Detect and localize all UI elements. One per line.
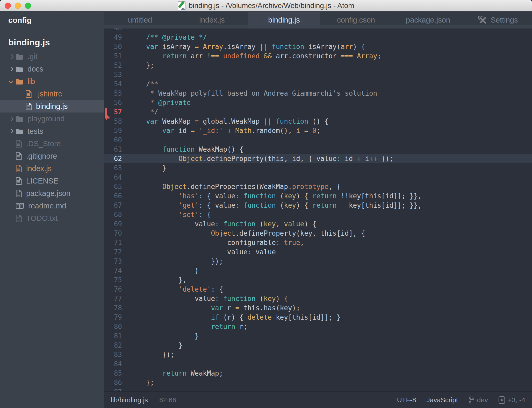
- line-number[interactable]: 54: [104, 79, 122, 89]
- code-line-83[interactable]: 83 });: [104, 350, 532, 359]
- line-number[interactable]: 60: [104, 135, 122, 145]
- tree-item--ds-store[interactable]: .DS_Store: [0, 137, 104, 150]
- code-line-68[interactable]: 68 'set': {: [104, 210, 532, 219]
- code-line-74[interactable]: 74 }: [104, 266, 532, 275]
- tree-item-docs[interactable]: docs: [0, 63, 104, 75]
- chevron-right-icon[interactable]: [9, 54, 14, 59]
- line-number[interactable]: 82: [104, 341, 122, 350]
- code-line-53[interactable]: 53: [104, 70, 532, 79]
- code-line-52[interactable]: 52};: [104, 61, 532, 70]
- code-line-48[interactable]: 48: [104, 29, 532, 33]
- tree-item--jshintrc[interactable]: .jshintrc: [0, 88, 104, 100]
- code-line-82[interactable]: 82 }: [104, 341, 532, 350]
- chevron-right-icon[interactable]: [9, 129, 14, 134]
- line-number[interactable]: 67: [104, 201, 122, 210]
- code-line-62[interactable]: 62 Object.defineProperty(this, id, { val…: [104, 154, 532, 163]
- line-number[interactable]: 63: [104, 163, 122, 173]
- line-number[interactable]: 62: [104, 154, 122, 163]
- line-number[interactable]: 76: [104, 285, 122, 294]
- line-number[interactable]: 85: [104, 369, 122, 378]
- code-line-58[interactable]: 58var WeakMap = global.WeakMap || functi…: [104, 117, 532, 126]
- line-number[interactable]: 69: [104, 219, 122, 229]
- line-number[interactable]: 68: [104, 210, 122, 219]
- tab-package-json[interactable]: package.json: [392, 12, 464, 29]
- tree-item-index-js[interactable]: index.js: [0, 162, 104, 175]
- encoding-selector[interactable]: UTF-8: [397, 396, 416, 404]
- tree-item-lib[interactable]: lib: [0, 75, 104, 88]
- code-line-85[interactable]: 85 return WeakMap;: [104, 369, 532, 378]
- line-number[interactable]: 81: [104, 331, 122, 341]
- line-number[interactable]: 48: [104, 29, 122, 33]
- close-button[interactable]: [5, 3, 11, 9]
- line-number[interactable]: 52: [104, 61, 122, 70]
- code-line-50[interactable]: 50var isArray = Array.isArray || functio…: [104, 42, 532, 51]
- tree-item-package-json[interactable]: package.json: [0, 187, 104, 200]
- code-line-71[interactable]: 71 configurable: true,: [104, 238, 532, 247]
- tab-settings[interactable]: Settings: [464, 12, 532, 29]
- code-line-63[interactable]: 63 }: [104, 163, 532, 173]
- line-number[interactable]: 65: [104, 182, 122, 191]
- line-number[interactable]: 83: [104, 350, 122, 359]
- line-number[interactable]: 61: [104, 145, 122, 154]
- line-number[interactable]: 79: [104, 313, 122, 322]
- tree-item-license[interactable]: LICENSE: [0, 175, 104, 187]
- tree-item-playground[interactable]: playground: [0, 112, 104, 125]
- tree-item--git[interactable]: .git: [0, 50, 104, 63]
- code-line-66[interactable]: 66 'has': { value: function (key) { retu…: [104, 191, 532, 201]
- code-line-51[interactable]: 51 return arr !== undefined && arr.const…: [104, 51, 532, 61]
- line-number[interactable]: 51: [104, 51, 122, 61]
- code-line-86[interactable]: 86};: [104, 378, 532, 387]
- tab-untitled[interactable]: untitled: [104, 12, 176, 29]
- line-number[interactable]: 55: [104, 89, 122, 98]
- code-line-55[interactable]: 55 * WeakMap polyfill based on Andrea Gi…: [104, 89, 532, 98]
- code-line-54[interactable]: 54/**: [104, 79, 532, 89]
- chevron-right-icon[interactable]: [9, 116, 14, 121]
- line-number[interactable]: 50: [104, 42, 122, 51]
- chevron-right-icon[interactable]: [9, 66, 14, 72]
- code-line-49[interactable]: 49/** @private */: [104, 33, 532, 42]
- tree-item-tests[interactable]: tests: [0, 125, 104, 137]
- code-line-76[interactable]: 76 'delete': {: [104, 285, 532, 294]
- code-line-84[interactable]: 84: [104, 359, 532, 369]
- code-line-77[interactable]: 77 value: function (key) {: [104, 294, 532, 303]
- line-number[interactable]: 58: [104, 117, 122, 126]
- line-number[interactable]: 73: [104, 257, 122, 266]
- code-line-70[interactable]: 70 Object.defineProperty(key, this[id], …: [104, 229, 532, 238]
- minimize-button[interactable]: [15, 3, 21, 9]
- code-line-59[interactable]: 59 var id = '_id:' + Math.random(), i = …: [104, 126, 532, 135]
- line-number[interactable]: 49: [104, 33, 122, 42]
- tree-item-readme-md[interactable]: readme.md: [0, 200, 104, 212]
- zoom-button[interactable]: [25, 3, 31, 9]
- line-number[interactable]: 77: [104, 294, 122, 303]
- line-number[interactable]: 80: [104, 322, 122, 331]
- code-line-67[interactable]: 67 'get': { value: function (key) { retu…: [104, 201, 532, 210]
- tree-item--gitignore[interactable]: .gitignore: [0, 150, 104, 162]
- line-number[interactable]: 71: [104, 238, 122, 247]
- tab-binding-js[interactable]: binding.js: [248, 12, 320, 29]
- line-number[interactable]: 56: [104, 98, 122, 107]
- tree-item-binding-js[interactable]: binding.js: [0, 100, 104, 112]
- code-line-75[interactable]: 75 },: [104, 275, 532, 285]
- tree-item-todo-txt[interactable]: TODO.txt: [0, 212, 104, 224]
- line-number[interactable]: 78: [104, 303, 122, 313]
- grammar-selector[interactable]: JavaScript: [426, 396, 458, 404]
- editor-pane[interactable]: 4849/** @private */50var isArray = Array…: [104, 29, 532, 391]
- line-number[interactable]: 84: [104, 359, 122, 369]
- code-line-80[interactable]: 80 return r;: [104, 322, 532, 331]
- line-number[interactable]: 64: [104, 173, 122, 182]
- line-number[interactable]: 86: [104, 378, 122, 387]
- code-line-69[interactable]: 69 value: function (key, value) {: [104, 219, 532, 229]
- code-line-72[interactable]: 72 value: value: [104, 247, 532, 257]
- tab-config-cson[interactable]: config.cson: [320, 12, 392, 29]
- code-line-60[interactable]: 60: [104, 135, 532, 145]
- code-line-81[interactable]: 81 }: [104, 331, 532, 341]
- line-number[interactable]: 74: [104, 266, 122, 275]
- code-line-87[interactable]: 87: [104, 387, 532, 391]
- line-number[interactable]: 59: [104, 126, 122, 135]
- line-number[interactable]: 75: [104, 275, 122, 285]
- code-line-73[interactable]: 73 });: [104, 257, 532, 266]
- line-number[interactable]: 53: [104, 70, 122, 79]
- code-line-57[interactable]: 57 */: [104, 107, 532, 117]
- line-number[interactable]: 72: [104, 247, 122, 257]
- line-number[interactable]: 87: [104, 387, 122, 391]
